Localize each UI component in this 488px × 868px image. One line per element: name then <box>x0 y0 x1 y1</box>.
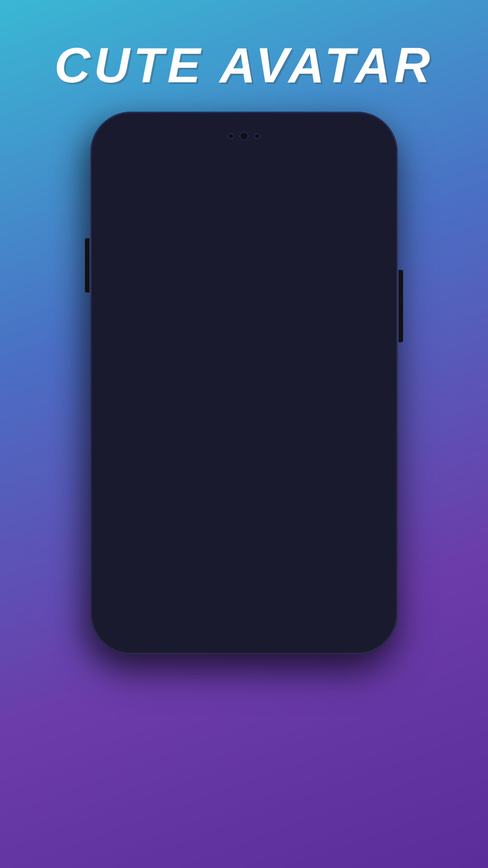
phone-frame <box>90 112 398 654</box>
phone-side-button-right <box>399 270 403 342</box>
camera-dot-right <box>254 133 260 139</box>
phone-side-button-left <box>85 238 89 292</box>
page-title: CUTE AVATAR <box>54 36 434 94</box>
camera-dot-left <box>228 133 234 139</box>
phone-notch <box>199 130 289 142</box>
camera-dot-center <box>239 132 249 141</box>
phone-mockup: 💗 💗 💗 💗 💗 💗 <box>90 112 398 654</box>
